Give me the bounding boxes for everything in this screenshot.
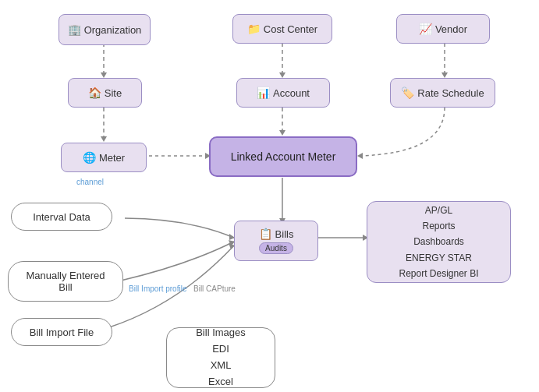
bills-icon: 📋 — [259, 228, 272, 240]
manually-entered-bill-node: Manually Entered Bill — [8, 261, 123, 302]
site-icon: 🏠 — [88, 87, 101, 99]
account-node: 📊 Account — [236, 78, 330, 108]
svg-marker-9 — [279, 130, 285, 136]
diagram: 🏢 Organization 🏠 Site 🌐 Meter channel 📁 … — [0, 0, 539, 392]
reports-label: AP/GLReportsDashboardsENERGY STARReport … — [399, 203, 478, 282]
bill-images-node: Bill ImagesEDIXMLExcel — [166, 327, 275, 388]
organization-icon: 🏢 — [68, 23, 81, 36]
site-label: Site — [105, 87, 122, 99]
cost-center-node: 📁 Cost Center — [232, 14, 332, 44]
interval-data-label: Interval Data — [33, 211, 90, 223]
bill-import-file-label: Bill Import File — [30, 327, 94, 338]
cost-center-icon: 📁 — [247, 23, 261, 35]
channel-label: channel — [76, 178, 104, 186]
site-node: 🏠 Site — [68, 78, 142, 108]
interval-data-node: Interval Data — [11, 203, 112, 231]
svg-marker-11 — [441, 72, 448, 78]
svg-marker-3 — [101, 136, 107, 142]
organization-label: Organization — [84, 24, 142, 36]
account-label: Account — [273, 87, 310, 99]
meter-node: 🌐 Meter — [61, 143, 147, 172]
vendor-node: 📈 Vendor — [396, 14, 490, 44]
audits-badge: Audits — [259, 242, 293, 254]
vendor-label: Vendor — [435, 23, 467, 35]
rate-schedule-node: 🏷️ Rate Schedule — [390, 78, 495, 108]
svg-marker-7 — [279, 72, 285, 78]
account-icon: 📊 — [257, 87, 270, 99]
svg-marker-12 — [357, 153, 363, 159]
bill-capture-label: Bill CAPture — [193, 284, 236, 293]
organization-node: 🏢 Organization — [59, 14, 151, 45]
reports-node: AP/GLReportsDashboardsENERGY STARReport … — [367, 201, 511, 283]
rate-schedule-label: Rate Schedule — [417, 87, 484, 99]
bill-import-profile-label: Bill Import profile — [129, 284, 186, 293]
bills-label: Bills — [275, 228, 294, 240]
rate-schedule-icon: 🏷️ — [401, 87, 414, 99]
svg-marker-1 — [101, 72, 107, 78]
manually-entered-bill-label: Manually Entered Bill — [20, 270, 112, 293]
linked-account-meter-label: Linked Account Meter — [231, 150, 336, 163]
cost-center-label: Cost Center — [264, 23, 317, 35]
meter-icon: 🌐 — [83, 151, 96, 164]
vendor-icon: 📈 — [419, 23, 432, 35]
bill-images-label: Bill ImagesEDIXMLExcel — [196, 325, 246, 390]
bill-import-file-node: Bill Import File — [11, 318, 112, 346]
meter-label: Meter — [99, 152, 125, 164]
bills-node: 📋 Bills Audits — [234, 221, 318, 261]
linked-account-meter-node: Linked Account Meter — [209, 136, 357, 177]
